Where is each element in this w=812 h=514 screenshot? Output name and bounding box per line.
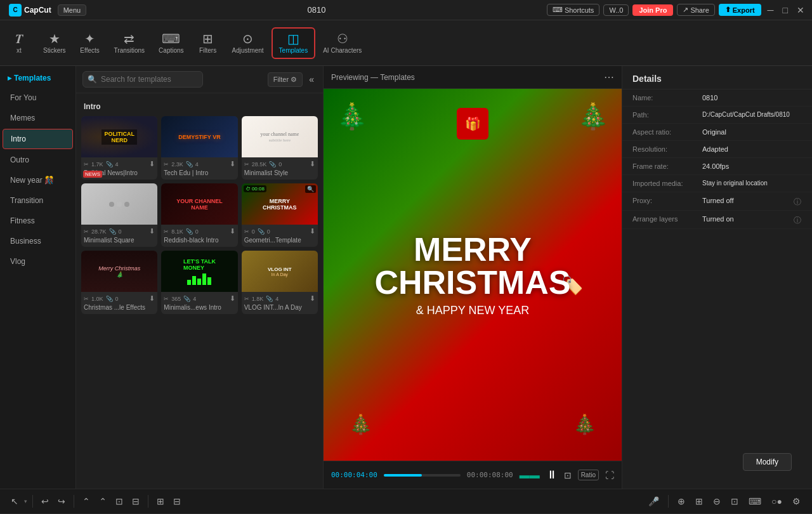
- card-thumb-text: LET'S TALKMONEY: [183, 258, 216, 271]
- download-button[interactable]: ⬇: [149, 294, 155, 303]
- play-pause-button[interactable]: ⏸: [546, 468, 558, 482]
- chart-bars: [187, 272, 211, 285]
- undo-button[interactable]: ↩: [38, 494, 52, 508]
- template-card-geometric[interactable]: MERRYCHRISTMAS ⏱ 00:08 🔍 ✂ 0 📎 0 ⬇ Geome…: [242, 183, 318, 247]
- download-button[interactable]: ⬇: [310, 227, 315, 235]
- fullscreen-button[interactable]: ⛶: [605, 470, 614, 480]
- filter-button[interactable]: Filter ⚙: [268, 72, 303, 87]
- export-button[interactable]: ⬆ Export: [719, 4, 761, 16]
- card-stats: ✂ 365 📎 4 ⬇: [161, 292, 237, 304]
- captions-tool[interactable]: ⌨: [745, 494, 765, 508]
- tool-filters[interactable]: ⊞ Filters: [192, 29, 225, 58]
- sidebar-item-business[interactable]: Business: [3, 232, 73, 251]
- modify-button[interactable]: Modify: [743, 453, 792, 471]
- dots-decoration: [109, 202, 129, 207]
- template-card-tech-edu[interactable]: DEMYSTIFY VR ✂ 2.3K 📎 4 ⬇ Tech Edu | Int…: [161, 116, 237, 180]
- crop-button[interactable]: ⊡: [112, 494, 126, 508]
- zoom-frame-button[interactable]: ⊡: [727, 494, 742, 508]
- ratio-button[interactable]: Ratio: [578, 470, 599, 480]
- share-button[interactable]: ↗ Share: [677, 4, 714, 16]
- delete-button[interactable]: ⊟: [129, 494, 143, 508]
- search-badge: 🔍: [305, 185, 316, 193]
- download-button[interactable]: ⬇: [230, 227, 235, 235]
- preview-menu-button[interactable]: ⋯: [604, 71, 614, 83]
- download-button[interactable]: ⬇: [230, 160, 235, 168]
- scissors-icon: ✂: [84, 161, 89, 168]
- sidebar-item-intro[interactable]: Intro: [3, 129, 73, 149]
- download-button[interactable]: ⬇: [149, 227, 155, 235]
- sidebar-title-arrow: ▸: [8, 74, 11, 82]
- template-card-christmas-effects[interactable]: Merry Christmas🎄 ✂ 1.0K 📎 0 ⬇ Christmas …: [81, 251, 157, 314]
- redo-button[interactable]: ↪: [55, 494, 69, 508]
- card-thumb-text: VLOG INT: [268, 267, 292, 272]
- template-card-minimalist-style[interactable]: your channel namesubtitle here ✂ 28.5K 📎…: [242, 116, 318, 180]
- sidebar-item-new-year[interactable]: New year 🎊: [3, 171, 73, 190]
- tool-adjustment[interactable]: ⊙ Adjustment: [226, 29, 270, 58]
- zoom-out-button[interactable]: ⊖: [709, 494, 724, 508]
- fit-frame-button[interactable]: ⊡: [564, 470, 572, 480]
- details-value-arrange-layers: Turned on: [702, 215, 790, 223]
- join-pro-button[interactable]: Join Pro: [632, 4, 673, 16]
- zoom-in-button[interactable]: ⊕: [674, 494, 689, 508]
- stat-group: ✂ 365 📎 4: [164, 296, 196, 302]
- zoom-fit-button[interactable]: ⊞: [691, 494, 707, 508]
- sidebar-item-for-you[interactable]: For You: [3, 88, 73, 107]
- split-button[interactable]: ⌃: [79, 494, 93, 508]
- ungroup-button[interactable]: ⊟: [170, 494, 184, 508]
- minimize-button[interactable]: ─: [765, 4, 776, 16]
- tree-decoration-tl: 🎄: [336, 102, 368, 131]
- card-stats: ✂ 28.7K 📎 0 ⬇: [81, 225, 157, 237]
- sidebar-item-transition[interactable]: Transition: [3, 191, 73, 210]
- mic-button[interactable]: 🎤: [645, 494, 663, 508]
- tool-ai-characters[interactable]: ⚇ AI Characters: [317, 29, 368, 58]
- main-area: ▸ Templates For You Memes Intro Outro Ne…: [0, 66, 812, 489]
- cursor-tool[interactable]: ↖: [8, 494, 22, 508]
- tool-templates[interactable]: ◫ Templates: [272, 27, 316, 59]
- arrange-layers-info-button[interactable]: ⓘ: [793, 215, 802, 224]
- timeline-progress-bar[interactable]: [384, 474, 461, 477]
- search-icon: 🔍: [88, 75, 97, 84]
- download-button[interactable]: ⬇: [149, 160, 155, 168]
- details-panel: Details Name: 0810 Path: D:/CapCut/CapCu…: [622, 66, 812, 489]
- download-button[interactable]: ⬇: [310, 160, 315, 168]
- bars-icon[interactable]: ▬▬: [520, 470, 540, 481]
- tool-effects[interactable]: ✦ Effects: [74, 29, 107, 58]
- group-button[interactable]: ⊞: [154, 494, 167, 508]
- sidebar-item-fitness[interactable]: Fitness: [3, 211, 73, 230]
- search-input[interactable]: [82, 71, 203, 88]
- tool-text[interactable]: 𝑻 xt: [3, 29, 36, 58]
- details-value-path: D:/CapCut/CapCut Drafts/0810: [702, 111, 802, 118]
- template-card-minimalist-news[interactable]: LET'S TALKMONEY ✂ 365: [161, 251, 237, 314]
- menu-button[interactable]: Menu: [58, 4, 87, 16]
- sidebar-item-memes[interactable]: Memes: [3, 109, 73, 128]
- workspace-button[interactable]: W..0: [603, 4, 629, 16]
- download-button[interactable]: ⬇: [230, 294, 235, 303]
- template-card-reddish-black[interactable]: YOUR CHANNELNAME ✂ 8.1K 📎 0 ⬇ Reddish-bl…: [161, 183, 237, 247]
- template-card-vlog-int[interactable]: VLOG INT In A Day ✂ 1.8K 📎 4 ⬇ VLOG INT.…: [242, 251, 318, 314]
- tool-stickers[interactable]: ★ Stickers: [37, 29, 72, 58]
- trim-button[interactable]: ⌃: [96, 494, 110, 508]
- settings-button[interactable]: ⚙: [789, 494, 804, 508]
- card-name: Christmas ...le Effects: [81, 304, 157, 314]
- template-card-minimalist-square[interactable]: ✂ 28.7K 📎 0 ⬇ Minimalist Square: [81, 183, 157, 247]
- shortcuts-button[interactable]: ⌨ Shortcuts: [547, 4, 599, 16]
- maximize-button[interactable]: □: [780, 4, 790, 16]
- sidebar-item-vlog[interactable]: Vlog: [3, 252, 73, 271]
- tool-transitions[interactable]: ⇄ Transitions: [108, 29, 152, 58]
- cursor-dropdown[interactable]: ▾: [24, 498, 27, 504]
- topbar-actions: ⌨ Shortcuts W..0 Join Pro ↗ Share ⬆ Expo…: [547, 4, 807, 16]
- tool-captions[interactable]: ⌨ Captions: [152, 29, 190, 58]
- card-stats: ✂ 8.1K 📎 0 ⬇: [161, 225, 237, 237]
- collapse-panel-button[interactable]: «: [306, 74, 317, 84]
- close-button[interactable]: ✕: [794, 4, 807, 16]
- details-row-aspect: Aspect ratio: Original: [622, 124, 812, 141]
- card-name: Tech Edu | Intro: [161, 169, 237, 180]
- download-button[interactable]: ⬇: [310, 294, 315, 303]
- card-thumb-text: POLITICALNERD: [102, 129, 137, 145]
- preview-panel: Previewing — Templates ⋯ 🎄 🎄 🎄 🎄 🎁 🏷️ ME…: [324, 66, 622, 489]
- auto-btn[interactable]: ○●: [768, 494, 786, 508]
- clip-icon: 📎: [106, 161, 113, 168]
- template-card-political-news[interactable]: POLITICALNERD NEWS ✂ 1.7K 📎 4 ⬇ Politica…: [81, 116, 157, 180]
- proxy-info-button[interactable]: ⓘ: [793, 197, 802, 206]
- sidebar-item-outro[interactable]: Outro: [3, 150, 73, 169]
